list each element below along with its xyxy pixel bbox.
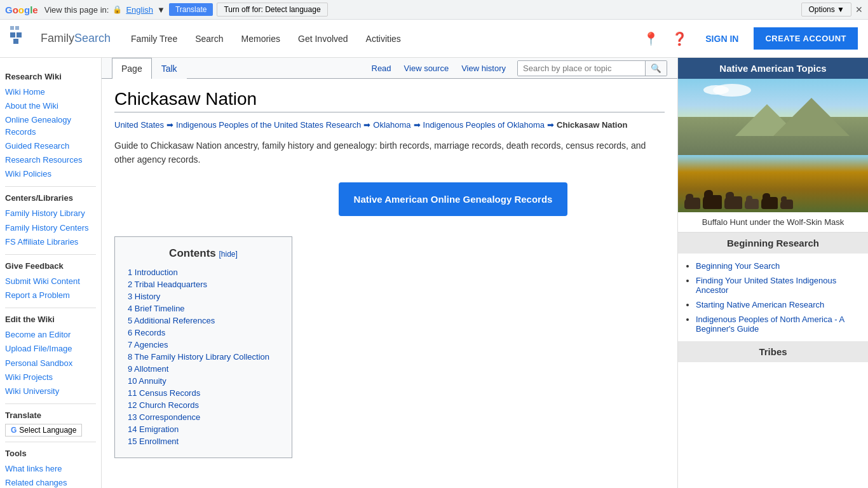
wiki-search-bar: 🔍 [517, 60, 667, 76]
beginning-research-link[interactable]: Indigenous Peoples of North America - A … [696, 315, 844, 334]
sidebar-family-history-centers[interactable]: Family History Centers [5, 221, 96, 235]
breadcrumb-us[interactable]: United States [114, 120, 164, 130]
sidebar-become-editor[interactable]: Become an Editor [5, 328, 96, 342]
contents-item: 13 Correspondence [128, 411, 279, 423]
left-sidebar: Research Wiki Wiki Home About the Wiki O… [0, 58, 102, 488]
tribes-title: Tribes [678, 341, 868, 362]
tab-view-history[interactable]: View history [455, 60, 512, 77]
language-link[interactable]: English [126, 5, 153, 15]
close-button[interactable]: ✕ [855, 4, 863, 15]
contents-link[interactable]: 4 Brief Timeline [128, 304, 185, 313]
sidebar-divider-5 [5, 442, 96, 442]
main-content: Page Talk Read View source View history … [102, 58, 677, 488]
breadcrumb-oklahoma[interactable]: Oklahoma [373, 120, 410, 130]
select-language-button[interactable]: G Select Language [5, 424, 82, 437]
contents-link[interactable]: 9 Allotment [128, 364, 168, 374]
contents-link[interactable]: 5 Additional References [128, 316, 215, 325]
contents-link[interactable]: 6 Records [128, 328, 165, 337]
contents-item: 12 Church Records [128, 399, 279, 411]
tab-view-source[interactable]: View source [398, 60, 456, 77]
beginning-research-link[interactable]: Beginning Your Search [696, 261, 780, 271]
view-page-in-text: View this page in: [44, 5, 109, 15]
breadcrumb-indigenous-oklahoma[interactable]: Indigenous Peoples of Oklahoma [423, 120, 545, 130]
beginning-research-link[interactable]: Finding Your United States Indigenous An… [696, 276, 836, 295]
sidebar-online-genealogy[interactable]: Online Genealogy Records [5, 113, 96, 139]
contents-item: 2 Tribal Headquarters [128, 278, 279, 290]
wiki-search-button[interactable]: 🔍 [645, 61, 667, 76]
logo-link[interactable]: FamilySearch [10, 26, 111, 51]
contents-link[interactable]: 7 Agencies [128, 340, 168, 349]
beginning-research-link[interactable]: Starting Native American Research [696, 300, 824, 309]
page-layout: Research Wiki Wiki Home About the Wiki O… [0, 58, 868, 488]
sidebar-personal-sandbox[interactable]: Personal Sandbox [5, 356, 96, 370]
translate-button[interactable]: Translate [169, 3, 214, 16]
sidebar-related-changes[interactable]: Related changes [5, 476, 96, 488]
sidebar-research-resources[interactable]: Research Resources [5, 153, 96, 167]
sign-in-button[interactable]: SIGN IN [698, 29, 746, 49]
lock-icon: 🔒 [112, 5, 122, 14]
tab-page[interactable]: Page [112, 58, 152, 79]
turnoff-button[interactable]: Turn off for: Detect language [217, 3, 327, 17]
breadcrumb: United States ➡ Indigenous Peoples of th… [114, 120, 665, 130]
familysearch-logo-icon [10, 26, 36, 51]
sidebar-divider-3 [5, 308, 96, 308]
sidebar-divider-1 [5, 186, 96, 187]
breadcrumb-indigenous-us[interactable]: Indigenous Peoples of the United States … [176, 120, 361, 130]
native-american-records-button[interactable]: Native American Online Genealogy Records [339, 182, 568, 216]
contents-item: 10 Annuity [128, 375, 279, 387]
nav-activities[interactable]: Activities [358, 29, 409, 49]
sidebar-guided-research[interactable]: Guided Research [5, 139, 96, 153]
beginning-research-item: Finding Your United States Indigenous An… [696, 273, 860, 297]
sidebar-what-links[interactable]: What links here [5, 462, 96, 476]
contents-list: 1 Introduction2 Tribal Headquarters3 His… [128, 266, 279, 447]
create-account-button[interactable]: CREATE ACCOUNT [754, 27, 858, 50]
main-navigation: Family Tree Search Memories Get Involved… [123, 29, 628, 49]
contents-link[interactable]: 2 Tribal Headquarters [128, 280, 207, 289]
nav-memories[interactable]: Memories [234, 29, 288, 49]
wiki-search-input[interactable] [518, 61, 645, 76]
contents-link[interactable]: 11 Census Records [128, 388, 200, 398]
contents-item: 9 Allotment [128, 363, 279, 375]
contents-item: 15 Enrollment [128, 435, 279, 447]
contents-item: 14 Emigration [128, 423, 279, 435]
sidebar-fs-affiliate[interactable]: FS Affiliate Libraries [5, 235, 96, 249]
sidebar-report-problem[interactable]: Report a Problem [5, 288, 96, 302]
tab-read[interactable]: Read [365, 60, 398, 77]
contents-item: 1 Introduction [128, 266, 279, 278]
nav-search[interactable]: Search [187, 29, 231, 49]
location-icon-button[interactable]: 📍 [641, 29, 661, 49]
help-icon-button[interactable]: ❓ [669, 29, 690, 49]
contents-hide-button[interactable]: [hide] [219, 250, 238, 259]
contents-item: 3 History [128, 290, 279, 302]
contents-link[interactable]: 13 Correspondence [128, 412, 200, 422]
svg-rect-4 [15, 26, 19, 30]
sidebar-wiki-home[interactable]: Wiki Home [5, 85, 96, 99]
sidebar-wiki-projects[interactable]: Wiki Projects [5, 370, 96, 384]
contents-link[interactable]: 8 The Family History Library Collection [128, 352, 269, 362]
dropdown-icon: ▼ [157, 5, 165, 15]
contents-link[interactable]: 14 Emigration [128, 424, 179, 434]
contents-link[interactable]: 10 Annuity [128, 376, 166, 386]
landscape-painting-top [678, 79, 868, 155]
contents-link[interactable]: 12 Church Records [128, 400, 199, 410]
research-wiki-title: Research Wiki [5, 72, 96, 81]
sidebar-wiki-university[interactable]: Wiki University [5, 384, 96, 398]
blue-button-container: Native American Online Genealogy Records [114, 177, 665, 226]
options-button[interactable]: Options ▼ [801, 3, 851, 17]
nav-family-tree[interactable]: Family Tree [123, 29, 185, 49]
contents-link[interactable]: 15 Enrollment [128, 437, 179, 446]
sidebar-upload-file[interactable]: Upload File/Image [5, 342, 96, 356]
contents-link[interactable]: 3 History [128, 292, 160, 301]
tab-talk[interactable]: Talk [152, 58, 187, 79]
contents-item: 6 Records [128, 327, 279, 339]
beginning-research-title: Beginning Research [678, 233, 868, 254]
breadcrumb-arrow-2: ➡ [363, 120, 370, 130]
sidebar-wiki-policies[interactable]: Wiki Policies [5, 167, 96, 181]
contents-link[interactable]: 1 Introduction [128, 268, 178, 277]
contents-title: Contents [hide] [128, 247, 279, 260]
sidebar-submit-wiki[interactable]: Submit Wiki Content [5, 274, 96, 288]
beginning-research-item: Indigenous Peoples of North America - A … [696, 312, 860, 336]
sidebar-family-history-library[interactable]: Family History Library [5, 207, 96, 220]
sidebar-about-wiki[interactable]: About the Wiki [5, 99, 96, 113]
nav-get-involved[interactable]: Get Involved [290, 29, 356, 49]
